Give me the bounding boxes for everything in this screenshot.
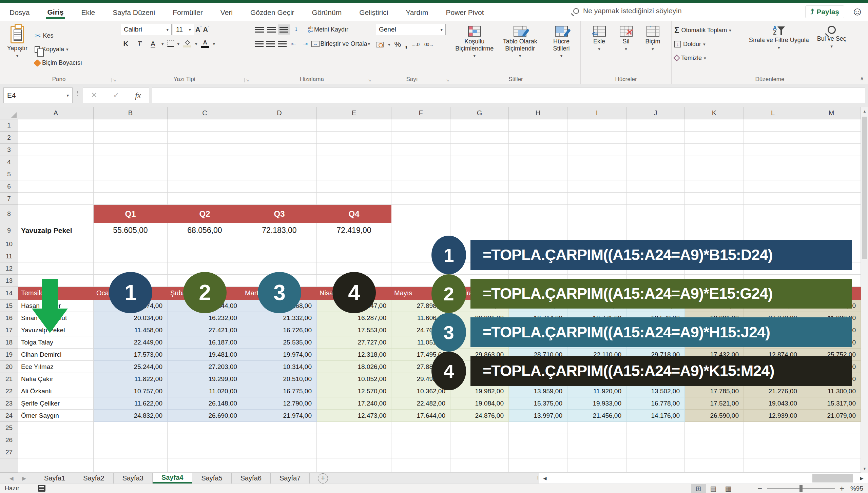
cell[interactable] bbox=[567, 144, 626, 156]
column-header-B[interactable]: B bbox=[94, 107, 168, 119]
zoom-out-icon[interactable]: − bbox=[757, 484, 762, 493]
cell[interactable] bbox=[567, 119, 626, 132]
month-value[interactable]: 20.510,00 bbox=[242, 373, 317, 385]
vertical-scroll-thumb[interactable] bbox=[862, 117, 867, 259]
cell[interactable] bbox=[802, 119, 861, 132]
cell[interactable] bbox=[450, 168, 509, 180]
cell[interactable] bbox=[168, 434, 242, 446]
cell[interactable] bbox=[94, 238, 168, 250]
feedback-smiley-icon[interactable]: ☺ bbox=[851, 5, 863, 18]
autosum-button[interactable]: ΣOtomatik Toplam▾ bbox=[674, 24, 731, 36]
cell[interactable] bbox=[802, 223, 861, 238]
cell[interactable] bbox=[744, 223, 802, 238]
month-value[interactable]: 21.456,00 bbox=[567, 410, 626, 422]
month-value[interactable]: 12.570,00 bbox=[317, 385, 391, 397]
align-left-button[interactable] bbox=[254, 39, 265, 49]
month-value[interactable]: 19.299,00 bbox=[168, 373, 242, 385]
scroll-up-icon[interactable]: ▲ bbox=[861, 107, 868, 115]
month-value[interactable]: 11.622,00 bbox=[94, 397, 168, 410]
menu-tab-sayfa-düzeni[interactable]: Sayfa Düzeni bbox=[111, 5, 156, 19]
insert-cells-button[interactable]: ⇐ Ekle ▾ bbox=[586, 24, 612, 75]
row-header-6[interactable]: 6 bbox=[0, 180, 18, 193]
dialog-launcher-icon[interactable]: ↘ bbox=[112, 78, 116, 82]
conditional-formatting-button[interactable]: Koşullu Biçimlendirme ▾ bbox=[454, 24, 495, 75]
cell[interactable] bbox=[94, 168, 168, 180]
zoom-slider[interactable] bbox=[767, 488, 835, 489]
cell[interactable] bbox=[18, 193, 94, 205]
month-value[interactable]: 16.287,00 bbox=[317, 312, 391, 324]
column-header-H[interactable]: H bbox=[509, 107, 567, 119]
month-value[interactable]: 24.832,00 bbox=[94, 410, 168, 422]
column-header-A[interactable]: A bbox=[18, 107, 94, 119]
align-center-button[interactable] bbox=[265, 39, 276, 49]
month-value[interactable]: 22.482,00 bbox=[391, 397, 450, 410]
month-value[interactable]: 11.822,00 bbox=[94, 373, 168, 385]
cell[interactable] bbox=[94, 422, 168, 434]
month-value[interactable]: 17.521,00 bbox=[685, 397, 744, 410]
cell[interactable] bbox=[168, 458, 242, 473]
column-header-G[interactable]: G bbox=[450, 107, 509, 119]
rep-name[interactable]: Cihan Demirci bbox=[18, 349, 94, 361]
cell[interactable] bbox=[509, 422, 567, 434]
italic-button[interactable]: T bbox=[134, 40, 144, 48]
fill-button[interactable]: ↓Doldur▾ bbox=[674, 38, 731, 50]
cell[interactable] bbox=[18, 119, 94, 132]
cell[interactable] bbox=[802, 434, 861, 446]
cell[interactable] bbox=[94, 434, 168, 446]
row-header-14[interactable]: 14 bbox=[0, 287, 18, 300]
zoom-slider-thumb[interactable] bbox=[799, 485, 803, 492]
month-value[interactable]: 27.421,00 bbox=[168, 324, 242, 336]
month-value[interactable]: 19.982,00 bbox=[450, 385, 509, 397]
cell[interactable] bbox=[685, 422, 744, 434]
menu-tab-görünüm[interactable]: Görünüm bbox=[311, 5, 343, 19]
rep-name[interactable]: Ali Özkanlı bbox=[18, 385, 94, 397]
cell[interactable] bbox=[802, 168, 861, 180]
cell[interactable] bbox=[94, 446, 168, 458]
row-header-16[interactable]: 16 bbox=[0, 312, 18, 324]
menu-tab-veri[interactable]: Veri bbox=[219, 5, 234, 19]
menu-tab-yardım[interactable]: Yardım bbox=[404, 5, 429, 19]
month-value[interactable]: 21.276,00 bbox=[744, 385, 802, 397]
cell[interactable] bbox=[450, 458, 509, 473]
horizontal-scrollbar[interactable] bbox=[551, 473, 856, 484]
cell[interactable] bbox=[744, 156, 802, 168]
cell[interactable] bbox=[802, 180, 861, 193]
rep-name[interactable]: Şerife Çeliker bbox=[18, 397, 94, 410]
month-value[interactable]: 25.535,00 bbox=[242, 336, 317, 349]
dialog-launcher-icon[interactable]: ↘ bbox=[445, 78, 449, 82]
cell[interactable] bbox=[317, 458, 391, 473]
cell[interactable] bbox=[685, 168, 744, 180]
shrink-font-button[interactable]: Aˇ bbox=[203, 25, 209, 34]
bold-button[interactable]: K bbox=[121, 40, 131, 48]
row-header-3[interactable]: 3 bbox=[0, 144, 18, 156]
rep-name[interactable]: Ömer Saygın bbox=[18, 410, 94, 422]
cell[interactable] bbox=[18, 238, 94, 250]
row-header-24[interactable]: 24 bbox=[0, 410, 18, 422]
hscroll-left-icon[interactable]: ◀ bbox=[539, 473, 551, 484]
dialog-launcher-icon[interactable]: ↘ bbox=[367, 78, 371, 82]
font-color-button[interactable]: A bbox=[201, 40, 210, 48]
share-button[interactable]: ⤴ Paylaş bbox=[805, 5, 844, 18]
menu-tab-formüller[interactable]: Formüller bbox=[171, 5, 204, 19]
macro-record-icon[interactable] bbox=[38, 485, 45, 492]
cell[interactable] bbox=[567, 422, 626, 434]
cell[interactable] bbox=[685, 132, 744, 144]
column-header-C[interactable]: C bbox=[168, 107, 242, 119]
cell[interactable] bbox=[168, 132, 242, 144]
month-value[interactable]: 16.232,00 bbox=[168, 312, 242, 324]
cell[interactable] bbox=[242, 238, 317, 250]
cell[interactable] bbox=[391, 180, 450, 193]
font-name-select[interactable]: Calibri▾ bbox=[121, 24, 172, 35]
sheet-tab-sayfa7[interactable]: Sayfa7 bbox=[271, 473, 310, 484]
row-header-23[interactable]: 23 bbox=[0, 397, 18, 410]
cell[interactable] bbox=[802, 156, 861, 168]
quarter-header[interactable]: Q4 bbox=[317, 205, 391, 223]
menu-tab-giriş[interactable]: Giriş bbox=[46, 5, 65, 19]
sheet-tab-sayfa2[interactable]: Sayfa2 bbox=[74, 473, 113, 484]
cell[interactable] bbox=[242, 132, 317, 144]
cell[interactable] bbox=[391, 223, 450, 238]
cell[interactable] bbox=[567, 180, 626, 193]
cell[interactable] bbox=[567, 193, 626, 205]
cell[interactable] bbox=[317, 193, 391, 205]
cell[interactable] bbox=[168, 193, 242, 205]
